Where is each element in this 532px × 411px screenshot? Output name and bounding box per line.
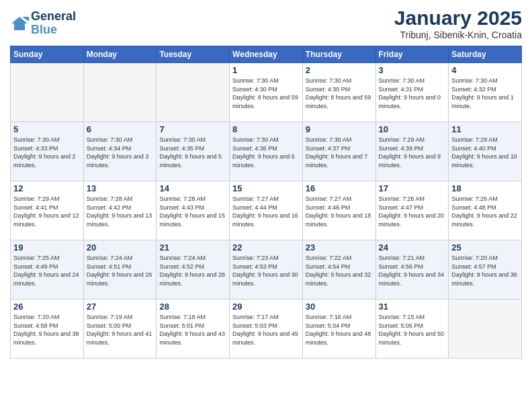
- day-info: Sunrise: 7:28 AM Sunset: 4:43 PM Dayligh…: [159, 195, 226, 228]
- day-info: Sunrise: 7:29 AM Sunset: 4:39 PM Dayligh…: [379, 136, 446, 169]
- day-number: 20: [87, 242, 154, 253]
- day-number: 22: [232, 242, 300, 253]
- calendar-week-row: 5Sunrise: 7:30 AM Sunset: 4:33 PM Daylig…: [11, 122, 522, 181]
- logo-text-line1: General: [31, 10, 76, 24]
- day-number: 7: [159, 124, 226, 134]
- calendar-cell: 10Sunrise: 7:29 AM Sunset: 4:39 PM Dayli…: [375, 122, 449, 181]
- calendar-cell: 25Sunrise: 7:20 AM Sunset: 4:57 PM Dayli…: [449, 240, 522, 300]
- calendar-cell: 13Sunrise: 7:28 AM Sunset: 4:42 PM Dayli…: [83, 181, 157, 240]
- calendar-cell: 14Sunrise: 7:28 AM Sunset: 4:43 PM Dayli…: [157, 181, 230, 240]
- weekday-header-saturday: Saturday: [449, 46, 522, 63]
- day-info: Sunrise: 7:29 AM Sunset: 4:40 PM Dayligh…: [451, 136, 519, 169]
- day-number: 31: [379, 302, 446, 312]
- day-number: 27: [87, 302, 154, 312]
- day-number: 4: [451, 65, 519, 75]
- day-number: 9: [306, 124, 373, 134]
- calendar-cell: 3Sunrise: 7:30 AM Sunset: 4:31 PM Daylig…: [375, 63, 449, 122]
- calendar-cell: 19Sunrise: 7:25 AM Sunset: 4:49 PM Dayli…: [11, 240, 84, 300]
- day-info: Sunrise: 7:23 AM Sunset: 4:53 PM Dayligh…: [232, 254, 300, 287]
- day-info: Sunrise: 7:30 AM Sunset: 4:36 PM Dayligh…: [232, 136, 300, 169]
- page-header: General Blue January 2025 Tribunj, Siben…: [10, 7, 522, 40]
- calendar-week-row: 12Sunrise: 7:29 AM Sunset: 4:41 PM Dayli…: [11, 181, 522, 240]
- day-number: 25: [451, 242, 519, 253]
- day-info: Sunrise: 7:24 AM Sunset: 4:52 PM Dayligh…: [159, 254, 226, 287]
- calendar-cell: 5Sunrise: 7:30 AM Sunset: 4:33 PM Daylig…: [11, 122, 84, 181]
- day-number: 16: [306, 183, 373, 193]
- day-info: Sunrise: 7:27 AM Sunset: 4:44 PM Dayligh…: [232, 195, 300, 228]
- calendar-cell: 27Sunrise: 7:19 AM Sunset: 5:00 PM Dayli…: [83, 300, 157, 359]
- day-info: Sunrise: 7:19 AM Sunset: 5:00 PM Dayligh…: [87, 313, 154, 347]
- day-number: 21: [159, 242, 226, 253]
- day-number: 8: [232, 124, 300, 134]
- day-number: 28: [159, 302, 226, 312]
- day-number: 2: [306, 65, 373, 75]
- day-info: Sunrise: 7:26 AM Sunset: 4:48 PM Dayligh…: [451, 195, 519, 228]
- calendar-cell: [449, 300, 522, 359]
- day-number: 23: [306, 242, 373, 253]
- day-number: 19: [13, 242, 81, 253]
- day-number: 6: [87, 124, 154, 134]
- calendar-cell: 21Sunrise: 7:24 AM Sunset: 4:52 PM Dayli…: [157, 240, 230, 300]
- day-number: 14: [159, 183, 226, 193]
- day-info: Sunrise: 7:30 AM Sunset: 4:34 PM Dayligh…: [87, 136, 154, 169]
- day-number: 29: [232, 302, 300, 312]
- calendar-cell: 30Sunrise: 7:16 AM Sunset: 5:04 PM Dayli…: [302, 300, 375, 359]
- day-info: Sunrise: 7:17 AM Sunset: 5:03 PM Dayligh…: [232, 313, 300, 347]
- calendar-cell: 12Sunrise: 7:29 AM Sunset: 4:41 PM Dayli…: [11, 181, 84, 240]
- day-number: 18: [451, 183, 519, 193]
- calendar-cell: [157, 63, 230, 122]
- day-info: Sunrise: 7:20 AM Sunset: 4:57 PM Dayligh…: [451, 254, 519, 287]
- calendar-cell: 4Sunrise: 7:30 AM Sunset: 4:32 PM Daylig…: [449, 63, 522, 122]
- calendar-cell: 15Sunrise: 7:27 AM Sunset: 4:44 PM Dayli…: [230, 181, 303, 240]
- calendar-cell: 6Sunrise: 7:30 AM Sunset: 4:34 PM Daylig…: [83, 122, 157, 181]
- weekday-header-sunday: Sunday: [11, 46, 84, 63]
- location-subtitle: Tribunj, Sibenik-Knin, Croatia: [394, 30, 522, 40]
- weekday-header-friday: Friday: [375, 46, 449, 63]
- day-info: Sunrise: 7:21 AM Sunset: 4:56 PM Dayligh…: [379, 254, 446, 287]
- calendar-cell: 8Sunrise: 7:30 AM Sunset: 4:36 PM Daylig…: [230, 122, 303, 181]
- day-info: Sunrise: 7:15 AM Sunset: 5:05 PM Dayligh…: [379, 313, 446, 347]
- weekday-header-tuesday: Tuesday: [157, 46, 230, 63]
- calendar-cell: 23Sunrise: 7:22 AM Sunset: 4:54 PM Dayli…: [302, 240, 375, 300]
- day-number: 12: [13, 183, 81, 193]
- weekday-header-monday: Monday: [83, 46, 157, 63]
- calendar-cell: 22Sunrise: 7:23 AM Sunset: 4:53 PM Dayli…: [230, 240, 303, 300]
- calendar-week-row: 26Sunrise: 7:20 AM Sunset: 4:58 PM Dayli…: [11, 300, 522, 359]
- day-info: Sunrise: 7:27 AM Sunset: 4:46 PM Dayligh…: [306, 195, 373, 228]
- logo-icon: [10, 14, 29, 33]
- day-number: 10: [379, 124, 446, 134]
- calendar-cell: 9Sunrise: 7:30 AM Sunset: 4:37 PM Daylig…: [302, 122, 375, 181]
- calendar-cell: [11, 63, 84, 122]
- day-number: 30: [306, 302, 373, 312]
- month-title: January 2025: [394, 7, 522, 30]
- day-info: Sunrise: 7:26 AM Sunset: 4:47 PM Dayligh…: [379, 195, 446, 228]
- day-info: Sunrise: 7:16 AM Sunset: 5:04 PM Dayligh…: [306, 313, 373, 347]
- day-info: Sunrise: 7:30 AM Sunset: 4:35 PM Dayligh…: [159, 136, 226, 169]
- calendar-cell: 1Sunrise: 7:30 AM Sunset: 4:30 PM Daylig…: [230, 63, 303, 122]
- logo: General Blue: [10, 10, 76, 37]
- calendar-cell: [83, 63, 157, 122]
- day-number: 11: [451, 124, 519, 134]
- calendar-cell: 17Sunrise: 7:26 AM Sunset: 4:47 PM Dayli…: [375, 181, 449, 240]
- day-info: Sunrise: 7:24 AM Sunset: 4:51 PM Dayligh…: [87, 254, 154, 287]
- calendar-cell: 26Sunrise: 7:20 AM Sunset: 4:58 PM Dayli…: [11, 300, 84, 359]
- calendar-week-row: 19Sunrise: 7:25 AM Sunset: 4:49 PM Dayli…: [11, 240, 522, 300]
- day-number: 1: [232, 65, 300, 75]
- calendar-cell: 29Sunrise: 7:17 AM Sunset: 5:03 PM Dayli…: [230, 300, 303, 359]
- day-info: Sunrise: 7:20 AM Sunset: 4:58 PM Dayligh…: [13, 313, 81, 347]
- calendar-cell: 28Sunrise: 7:18 AM Sunset: 5:01 PM Dayli…: [157, 300, 230, 359]
- title-block: January 2025 Tribunj, Sibenik-Knin, Croa…: [394, 7, 522, 40]
- calendar-cell: 11Sunrise: 7:29 AM Sunset: 4:40 PM Dayli…: [449, 122, 522, 181]
- day-info: Sunrise: 7:25 AM Sunset: 4:49 PM Dayligh…: [13, 254, 81, 287]
- day-info: Sunrise: 7:30 AM Sunset: 4:33 PM Dayligh…: [13, 136, 81, 169]
- day-number: 15: [232, 183, 300, 193]
- day-info: Sunrise: 7:30 AM Sunset: 4:32 PM Dayligh…: [451, 77, 519, 110]
- day-number: 17: [379, 183, 446, 193]
- calendar-cell: 2Sunrise: 7:30 AM Sunset: 4:30 PM Daylig…: [302, 63, 375, 122]
- calendar-cell: 20Sunrise: 7:24 AM Sunset: 4:51 PM Dayli…: [83, 240, 157, 300]
- day-number: 5: [13, 124, 81, 134]
- day-info: Sunrise: 7:30 AM Sunset: 4:30 PM Dayligh…: [232, 77, 300, 110]
- day-info: Sunrise: 7:30 AM Sunset: 4:37 PM Dayligh…: [306, 136, 373, 169]
- calendar-cell: 18Sunrise: 7:26 AM Sunset: 4:48 PM Dayli…: [449, 181, 522, 240]
- day-info: Sunrise: 7:29 AM Sunset: 4:41 PM Dayligh…: [13, 195, 81, 228]
